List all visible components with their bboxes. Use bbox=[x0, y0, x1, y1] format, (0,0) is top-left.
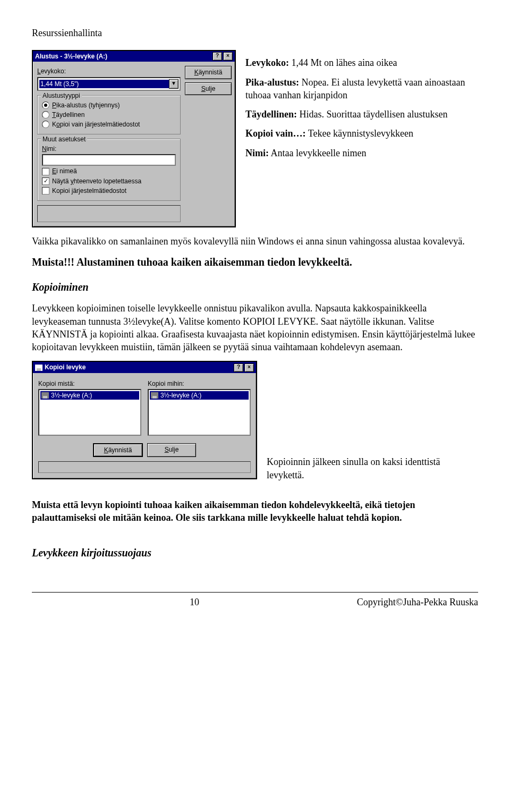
list-item-label: 3½-levyke (A:) bbox=[51, 391, 92, 400]
radio-label: Kopioi vain järjestelmätiedostot bbox=[52, 120, 140, 129]
copy-dialog: Kopioi levyke ? × Kopioi mistä: 3½-levyk… bbox=[32, 361, 257, 479]
capacity-value: 1,44 Mt (3,5") bbox=[39, 80, 169, 88]
check-label: Näytä yhteenveto lopetettaessa bbox=[52, 177, 141, 185]
start-button[interactable]: Käynnistä bbox=[93, 443, 143, 457]
radio-label: Pika-alustus (tyhjennys) bbox=[52, 101, 120, 109]
list-item[interactable]: 3½-levyke (A:) bbox=[40, 391, 139, 400]
check-label: Kopioi järjestelmätiedostot bbox=[52, 187, 126, 195]
name-input[interactable] bbox=[42, 154, 176, 166]
copy-from-label: Kopioi mistä: bbox=[38, 379, 141, 388]
warning-paragraph: Muista että levyn kopiointi tuhoaa kaike… bbox=[32, 498, 478, 525]
dialog-title: Alustus - 3½-levyke (A:) bbox=[35, 52, 211, 61]
chevron-down-icon[interactable]: ▼ bbox=[169, 79, 178, 89]
floppy-icon bbox=[35, 365, 42, 371]
section-heading-writeprotect: Levykkeen kirjoitussuojaus bbox=[32, 546, 478, 560]
capacity-label: Levykoko: bbox=[37, 67, 181, 75]
help-icon[interactable]: ? bbox=[212, 52, 222, 61]
capacity-select[interactable]: 1,44 Mt (3,5") ▼ bbox=[37, 77, 181, 91]
list-item-label: 3½-levyke (A:) bbox=[160, 391, 201, 400]
checkbox-icon: ✓ bbox=[42, 177, 49, 185]
close-button[interactable]: Sulje bbox=[185, 82, 232, 95]
warning-heading: Muista!!! Alustaminen tuhoaa kaiken aika… bbox=[32, 255, 478, 269]
close-icon[interactable]: × bbox=[244, 363, 254, 372]
body-paragraph: Vaikka pikavalikko on samanlainen myös k… bbox=[32, 235, 478, 248]
radio-icon bbox=[42, 111, 49, 119]
copy-to-listbox[interactable]: 3½-levyke (A:) bbox=[148, 389, 251, 436]
description-column: Levykoko: 1,44 Mt on lähes aina oikea Pi… bbox=[245, 50, 469, 166]
help-icon[interactable]: ? bbox=[234, 363, 243, 372]
dialog-title: Kopioi levyke bbox=[45, 363, 233, 371]
section-heading-copy: Kopioiminen bbox=[32, 280, 478, 294]
copy-from-listbox[interactable]: 3½-levyke (A:) bbox=[38, 389, 141, 436]
group-label-other: Muut asetukset bbox=[41, 135, 87, 143]
close-button[interactable]: Sulje bbox=[147, 443, 196, 457]
status-bar bbox=[38, 461, 251, 473]
description-text: Kopioinnin jälkeen sinulla on kaksi iden… bbox=[267, 361, 458, 491]
check-no-label[interactable]: Ei nimeä bbox=[42, 167, 176, 175]
format-type-group: Alustustyyppi Pika-alustus (tyhjennys) T… bbox=[37, 95, 181, 135]
list-item[interactable]: 3½-levyke (A:) bbox=[150, 391, 249, 400]
other-settings-group: Muut asetukset Nimi: Ei nimeä ✓ Näytä yh… bbox=[37, 139, 181, 201]
radio-quick-format[interactable]: Pika-alustus (tyhjennys) bbox=[42, 101, 176, 109]
page-footer: 10 Copyright©Juha-Pekka Ruuska bbox=[32, 592, 478, 608]
copyright: Copyright©Juha-Pekka Ruuska bbox=[357, 596, 478, 608]
doc-header: Resurssienhallinta bbox=[32, 27, 478, 39]
radio-icon bbox=[42, 102, 49, 109]
group-label-type: Alustustyyppi bbox=[41, 91, 82, 100]
close-icon[interactable]: × bbox=[223, 52, 233, 61]
radio-icon bbox=[42, 121, 49, 128]
start-button[interactable]: Käynnistä bbox=[185, 66, 232, 79]
floppy-icon bbox=[151, 392, 158, 399]
format-dialog: Alustus - 3½-levyke (A:) ? × Levykoko: 1… bbox=[32, 50, 236, 227]
check-summary[interactable]: ✓ Näytä yhteenveto lopetettaessa bbox=[42, 177, 176, 185]
floppy-icon bbox=[41, 392, 49, 399]
name-label: Nimi: bbox=[42, 145, 176, 153]
checkbox-icon bbox=[42, 168, 49, 175]
checkbox-icon bbox=[42, 187, 49, 194]
check-copy-system[interactable]: Kopioi järjestelmätiedostot bbox=[42, 187, 176, 195]
radio-copy-system[interactable]: Kopioi vain järjestelmätiedostot bbox=[42, 120, 176, 129]
radio-full-format[interactable]: Täydellinen bbox=[42, 111, 176, 119]
body-paragraph: Levykkeen kopioiminen toiselle levykkeel… bbox=[32, 302, 478, 353]
page-number: 10 bbox=[190, 596, 199, 608]
status-area bbox=[37, 205, 181, 222]
check-label: Ei nimeä bbox=[52, 167, 77, 175]
radio-label: Täydellinen bbox=[52, 111, 84, 119]
copy-to-label: Kopioi mihin: bbox=[148, 379, 251, 388]
